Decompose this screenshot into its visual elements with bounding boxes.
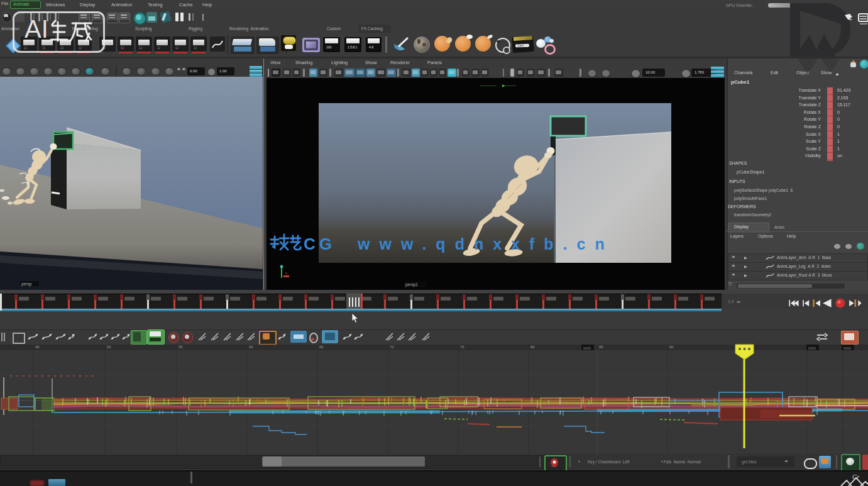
svg-text:▶────: ▶──── xyxy=(502,84,516,87)
svg-text:persp1: persp1 xyxy=(405,282,418,287)
svg-text:──────: ────── xyxy=(480,84,497,87)
svg-text:CG: CG xyxy=(304,235,336,253)
svg-text:persp: persp xyxy=(21,282,32,287)
svg-text:www.qdnxxfb.cn: www.qdnxxfb.cn xyxy=(357,235,614,253)
svg-text:x: x xyxy=(285,271,287,275)
svg-text:Gr: Gr xyxy=(852,473,859,480)
